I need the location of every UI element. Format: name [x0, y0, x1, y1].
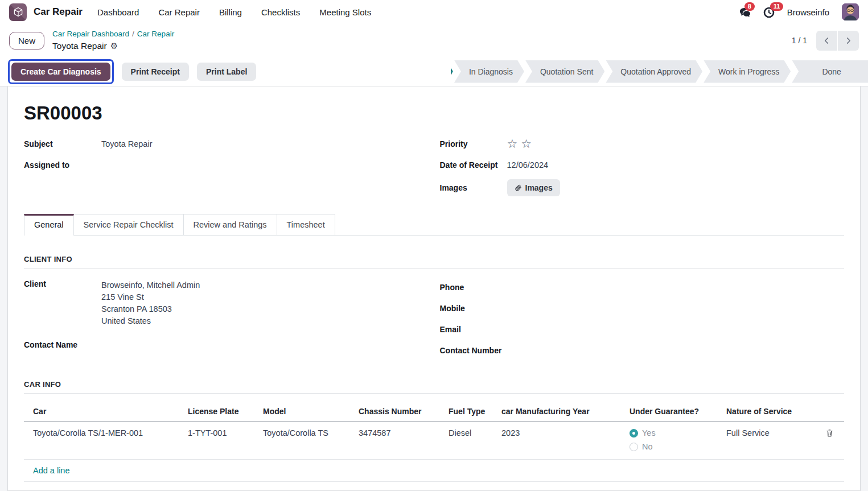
stage-quotation-sent[interactable]: Quotation Sent — [525, 60, 604, 83]
client-address-line3: United States — [101, 315, 429, 327]
messages-badge: 8 — [744, 2, 755, 11]
add-line-row: Add a line — [24, 460, 844, 482]
column-header-fuel-type[interactable]: Fuel Type — [449, 402, 501, 422]
guarantee-option-yes[interactable]: Yes — [630, 428, 722, 438]
subject-field[interactable]: Toyota Repair — [88, 139, 429, 148]
column-header-license-plate[interactable]: License Plate — [188, 402, 263, 422]
form-view: SR00003 Subject Toyota Repair Assigned t… — [0, 86, 868, 491]
menu-item-car-repair[interactable]: Car Repair — [158, 7, 200, 17]
radio-icon[interactable] — [630, 443, 638, 451]
top-fields-left: Subject Toyota Repair Assigned to — [24, 133, 429, 200]
stage-in-diagnosis[interactable]: In Diagnosis — [454, 60, 524, 83]
cell-fuel-type[interactable]: Diesel — [449, 422, 501, 460]
menu-item-billing[interactable]: Billing — [219, 7, 242, 17]
guarantee-no-label: No — [642, 442, 653, 451]
add-a-line-link[interactable]: Add a line — [33, 466, 70, 475]
client-field[interactable]: Browseinfo, Mitchell Admin 215 Vine St S… — [88, 279, 429, 327]
record-name-title: SR00003 — [24, 102, 844, 124]
guarantee-option-no[interactable]: No — [630, 442, 722, 451]
column-header-under-guarantee[interactable]: Under Guarantee? — [630, 402, 726, 422]
stage-work-in-progress[interactable]: Work in Progress — [704, 60, 791, 83]
images-attachment-button[interactable]: Images — [507, 179, 560, 196]
car-lines-table: Car License Plate Model Chassis Number F… — [24, 402, 844, 460]
tab-service-repair-checklist[interactable]: Service Repair Checklist — [74, 214, 184, 235]
email-label: Email — [440, 325, 507, 334]
activities-badge: 11 — [770, 2, 784, 11]
star-icon[interactable]: ☆ — [521, 138, 532, 150]
breadcrumb-car-repair-link[interactable]: Car Repair — [137, 30, 174, 38]
empty-list-area — [24, 482, 844, 491]
radio-icon[interactable] — [630, 429, 638, 438]
client-name[interactable]: Browseinfo, Mitchell Admin — [101, 279, 429, 291]
notebook-tabs: General Service Repair Checklist Review … — [24, 214, 844, 236]
form-sheet: SR00003 Subject Toyota Repair Assigned t… — [7, 86, 861, 491]
user-avatar[interactable] — [842, 3, 859, 20]
section-divider — [24, 393, 844, 394]
pager-previous-button[interactable] — [816, 31, 837, 51]
print-label-button[interactable]: Print Label — [197, 63, 256, 81]
guarantee-yes-label: Yes — [642, 428, 656, 438]
breadcrumb-dashboard-link[interactable]: Car Repair Dashboard — [52, 30, 129, 38]
print-receipt-button[interactable]: Print Receipt — [122, 63, 189, 81]
contact-number-label: Contact Number — [440, 346, 507, 355]
app-title[interactable]: Car Repair — [34, 6, 83, 18]
tab-general[interactable]: General — [24, 214, 74, 235]
pager-next-button[interactable] — [838, 31, 859, 51]
control-panel: New Car Repair Dashboard/Car Repair Toyo… — [0, 24, 868, 57]
phone-label: Phone — [440, 283, 507, 292]
messages-button[interactable]: 8 — [738, 5, 751, 20]
user-name[interactable]: Browseinfo — [787, 7, 829, 17]
cube-app-icon — [13, 6, 24, 18]
menu-item-dashboard[interactable]: Dashboard — [97, 7, 139, 17]
client-info-left: Client Browseinfo, Mitchell Admin 215 Vi… — [24, 277, 429, 361]
column-header-chassis-number[interactable]: Chassis Number — [359, 402, 449, 422]
column-header-model[interactable]: Model — [263, 402, 359, 422]
cell-car[interactable]: Toyota/Corolla TS/1-MER-001 — [24, 422, 188, 460]
client-label: Client — [24, 279, 88, 288]
app-menu-button[interactable] — [9, 3, 27, 21]
column-header-nature-of-service[interactable]: Nature of Service — [726, 402, 825, 422]
chevron-left-icon — [824, 37, 830, 44]
cell-model[interactable]: Toyota/Corolla TS — [263, 422, 359, 460]
column-header-actions — [825, 402, 844, 422]
cell-chassis-number[interactable]: 3474587 — [359, 422, 449, 460]
cell-delete — [825, 422, 844, 460]
avatar-image — [842, 3, 859, 20]
new-button[interactable]: New — [9, 32, 44, 49]
main-menu: Dashboard Car Repair Billing Checklists … — [97, 7, 371, 17]
contact-name-label: Contact Name — [24, 340, 88, 349]
car-table-header-row: Car License Plate Model Chassis Number F… — [24, 402, 844, 422]
activities-button[interactable]: 11 — [763, 5, 775, 20]
section-divider — [24, 268, 844, 269]
create-car-diagnosis-button[interactable]: Create Car Diagnosis — [11, 63, 110, 81]
top-navbar: Car Repair Dashboard Car Repair Billing … — [0, 0, 868, 24]
client-info-right: Phone Mobile Email Contact Number — [440, 277, 845, 361]
stage-statusbar: Received In Diagnosis Quotation Sent Quo… — [451, 60, 868, 83]
assigned-to-label: Assigned to — [24, 160, 88, 170]
menu-item-meeting-slots[interactable]: Meeting Slots — [319, 7, 371, 17]
cell-manufacturing-year[interactable]: 2023 — [501, 422, 630, 460]
tab-timesheet[interactable]: Timesheet — [277, 214, 335, 235]
stage-quotation-approved[interactable]: Quotation Approved — [606, 60, 702, 83]
breadcrumb-separator: / — [132, 30, 134, 38]
column-header-car[interactable]: Car — [24, 402, 188, 422]
car-info-section-title: CAR INFO — [24, 380, 844, 389]
stage-done[interactable]: Done — [792, 60, 868, 83]
gear-icon[interactable]: ⚙ — [110, 40, 118, 52]
cell-license-plate[interactable]: 1-TYT-001 — [188, 422, 263, 460]
menu-item-checklists[interactable]: Checklists — [261, 7, 300, 17]
star-icon[interactable]: ☆ — [507, 138, 518, 150]
column-header-manufacturing-year[interactable]: car Manufacturing Year — [501, 402, 630, 422]
client-address-line1: 215 Vine St — [101, 291, 429, 303]
pager — [816, 31, 859, 51]
stage-received[interactable]: Received — [451, 60, 453, 83]
chevron-right-icon — [845, 37, 851, 44]
delete-row-button[interactable] — [825, 428, 834, 439]
date-of-receipt-field[interactable]: 12/06/2024 — [507, 160, 845, 170]
client-info-section-title: CLIENT INFO — [24, 255, 844, 263]
client-address-line2: Scranton PA 18503 — [101, 303, 429, 315]
trash-icon — [825, 428, 834, 438]
cell-nature-of-service[interactable]: Full Service — [726, 422, 825, 460]
tab-review-and-ratings[interactable]: Review and Ratings — [184, 214, 277, 235]
car-table-row[interactable]: Toyota/Corolla TS/1-MER-001 1-TYT-001 To… — [24, 422, 844, 460]
